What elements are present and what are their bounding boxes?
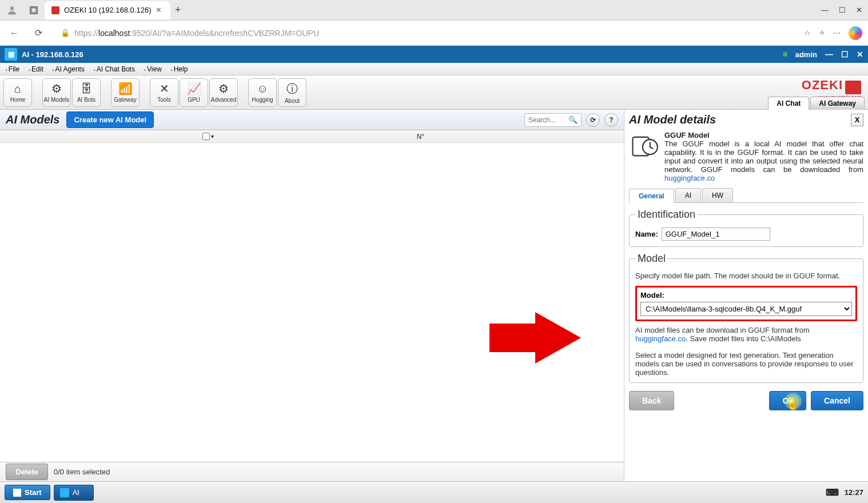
toolbar-ai-models[interactable]: ⚙AI Models: [42, 78, 71, 107]
search-box[interactable]: 🔍: [524, 113, 582, 127]
start-icon: [13, 489, 21, 497]
close-icon[interactable]: ✕: [856, 6, 862, 14]
svg-marker-3: [489, 312, 581, 364]
toolbar: ⌂Home ⚙AI Models 🗄AI Bots 📶Gateway ✕Tool…: [0, 75, 868, 110]
details-title: AI Model details: [629, 113, 716, 126]
app-title: AI - 192.168.0.126: [22, 50, 83, 59]
maximize-icon[interactable]: ☐: [839, 6, 846, 14]
minimize-icon[interactable]: —: [821, 6, 829, 14]
browser-tab[interactable]: OZEKI 10 (192.168.0.126) ✕: [45, 1, 170, 19]
details-button-row: Back Ok ☝ Cancel: [629, 391, 863, 410]
chevron-down-icon[interactable]: ▾: [211, 133, 214, 139]
profile-icon[interactable]: [3, 2, 21, 19]
toolbar-about[interactable]: ⓘAbout: [278, 78, 306, 107]
column-n[interactable]: N°: [217, 133, 624, 141]
model-fieldset: Model Specify model file path. The model…: [629, 253, 863, 383]
identification-fieldset: Identification Name:: [629, 209, 863, 247]
model-help-1: Specify model file path. The model shoul…: [635, 272, 857, 280]
ozeki-logo-icon: [845, 81, 861, 94]
copilot-icon[interactable]: [849, 26, 862, 40]
status-dot-icon: [783, 52, 787, 57]
browser-chrome: OZEKI 10 (192.168.0.126) ✕ + — ☐ ✕: [0, 0, 868, 21]
content-area: AI Models Create new AI Model 🔍 ⟳ ? ▾ N°: [0, 110, 868, 481]
workspace-icon[interactable]: [25, 2, 42, 19]
url-text: https://localhost:9520/AI/?a=AIModels&nc…: [74, 29, 319, 38]
reload-button[interactable]: ⟳: [30, 25, 47, 42]
name-input[interactable]: [662, 227, 770, 241]
favorites-icon[interactable]: ✧: [819, 29, 825, 37]
app-maximize-icon[interactable]: ☐: [841, 50, 849, 59]
details-pane: AI Model details X GGUF Model The GGUF m…: [624, 110, 868, 481]
tab-ai-chat[interactable]: AI Chat: [768, 97, 809, 110]
toolbar-home[interactable]: ⌂Home: [3, 78, 32, 107]
help-icon: ?: [609, 116, 613, 124]
toolbar-ai-bots[interactable]: 🗄AI Bots: [72, 78, 101, 107]
tab-favicon: [51, 6, 59, 14]
refresh-icon: ⟳: [590, 116, 596, 124]
gear-icon: ⚙: [51, 82, 62, 95]
address-bar[interactable]: 🔒 https://localhost:9520/AI/?a=AIModels&…: [54, 25, 797, 42]
tab-hw[interactable]: HW: [702, 188, 733, 202]
help-button[interactable]: ?: [604, 113, 618, 127]
menu-file[interactable]: File: [2, 65, 23, 73]
tab-ai-gateway[interactable]: AI Gateway: [810, 97, 865, 110]
details-description: GGUF Model The GGUF model is a local AI …: [664, 131, 863, 182]
gpu-icon: 📈: [187, 82, 201, 95]
toolbar-hugging[interactable]: ☺Hugging: [248, 78, 277, 107]
model-label: Model:: [640, 291, 852, 300]
svg-rect-2: [31, 8, 36, 13]
toolbar-gpu[interactable]: 📈GPU: [180, 78, 208, 107]
select-all-checkbox[interactable]: [202, 133, 210, 140]
more-icon[interactable]: ⋯: [833, 29, 841, 37]
taskbar: Start AI ⌨ 12:27: [0, 481, 868, 503]
huggingface-link[interactable]: huggingface.co: [664, 174, 715, 182]
app-close-icon[interactable]: ✕: [857, 50, 863, 59]
ok-button[interactable]: Ok ☝: [769, 391, 806, 410]
start-button[interactable]: Start: [5, 485, 50, 500]
new-tab-button[interactable]: +: [175, 4, 181, 16]
menu-view[interactable]: View: [141, 65, 165, 73]
keyboard-icon[interactable]: ⌨: [826, 487, 839, 498]
create-new-ai-model-button[interactable]: Create new AI Model: [66, 111, 154, 128]
table-body: [0, 143, 624, 462]
bots-icon: 🗄: [81, 82, 92, 95]
user-label[interactable]: admin: [795, 50, 817, 59]
tab-ai[interactable]: AI: [675, 188, 701, 202]
tab-general[interactable]: General: [629, 189, 674, 203]
toolbar-advanced[interactable]: ⚙Advanced: [209, 78, 238, 107]
model-legend: Model: [635, 253, 668, 265]
clock: 12:27: [845, 488, 863, 497]
lock-icon: 🔒: [61, 29, 70, 37]
main-pane-header: AI Models Create new AI Model 🔍 ⟳ ?: [0, 110, 624, 130]
search-icon[interactable]: 🔍: [568, 115, 578, 124]
delete-button[interactable]: Delete: [6, 464, 48, 480]
menu-edit[interactable]: Edit: [25, 65, 47, 73]
back-button[interactable]: ←: [6, 25, 23, 42]
app-minimize-icon[interactable]: —: [825, 50, 833, 59]
cancel-button[interactable]: Cancel: [811, 391, 863, 410]
identification-legend: Identification: [635, 209, 698, 221]
gateway-icon: 📶: [118, 82, 133, 95]
toolbar-tools[interactable]: ✕Tools: [150, 78, 178, 107]
back-button[interactable]: Back: [629, 391, 674, 410]
menu-help[interactable]: Help: [168, 65, 192, 73]
model-help-2: AI model files can be download in GGUF f…: [635, 326, 857, 343]
model-help-3: Select a model designed for text generat…: [635, 351, 857, 377]
hugging-icon: ☺: [257, 82, 268, 95]
menu-ai-agents[interactable]: AI Agents: [49, 65, 88, 73]
taskbar-task-ai[interactable]: AI: [54, 485, 94, 501]
toolbar-gateway[interactable]: 📶Gateway: [111, 78, 140, 107]
advanced-icon: ⚙: [218, 82, 229, 95]
refresh-button[interactable]: ⟳: [586, 113, 600, 127]
huggingface-link-2[interactable]: huggingface.co: [635, 334, 686, 343]
model-select[interactable]: C:\AIModels\llama-3-sqlcoder-8b.Q4_K_M.g…: [640, 302, 852, 316]
star-icon[interactable]: ☆: [804, 29, 811, 37]
right-tab-strip: AI Chat AI Gateway: [768, 97, 865, 110]
window-controls: — ☐ ✕: [821, 6, 862, 14]
page-title: AI Models: [6, 113, 59, 126]
table-header: ▾ N°: [0, 130, 624, 143]
menu-ai-chat-bots[interactable]: AI Chat Bots: [90, 65, 138, 73]
details-close-button[interactable]: X: [851, 114, 863, 126]
tab-close-icon[interactable]: ✕: [156, 6, 162, 14]
search-input[interactable]: [528, 116, 568, 124]
